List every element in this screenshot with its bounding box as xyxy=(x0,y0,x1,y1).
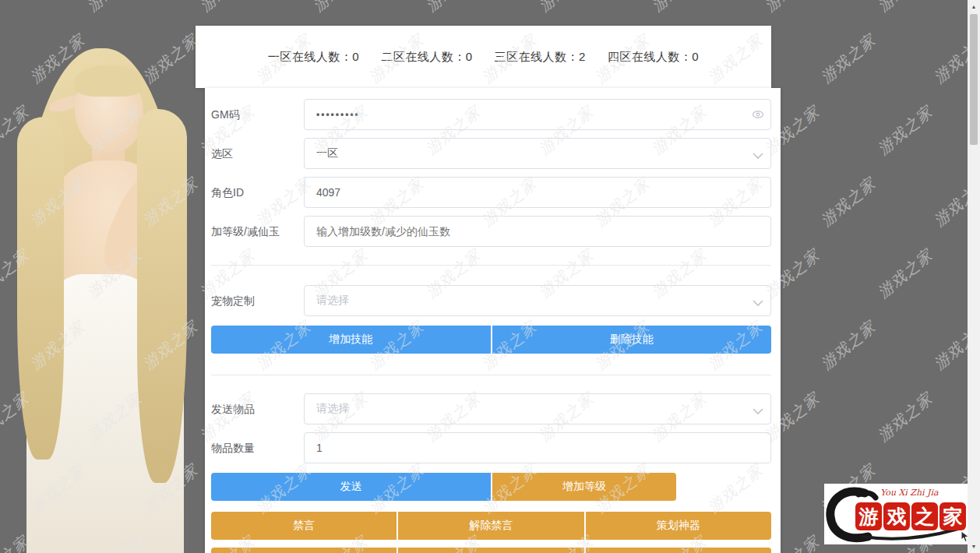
send-item-placeholder: 请选择 xyxy=(316,402,349,416)
online-count-zone3: 三区在线人数：2 xyxy=(495,50,586,65)
send-item-row: 发送物品 请选择 xyxy=(211,393,771,424)
zone-row: 选区 一区 xyxy=(211,138,771,169)
role-id-label: 角色ID xyxy=(211,177,304,208)
online-count-zone1: 一区在线人数：0 xyxy=(268,50,359,65)
add-skill-button[interactable]: 增加技能 xyxy=(211,326,491,354)
logo-char: 之 xyxy=(911,502,938,530)
level-jade-input[interactable] xyxy=(304,216,771,247)
online-count-zone4: 四区在线人数：0 xyxy=(608,50,699,65)
section-divider-1 xyxy=(211,265,771,266)
character-hair-strand-left xyxy=(17,117,64,460)
level-jade-row: 加等级/减仙玉 xyxy=(211,216,771,247)
pet-custom-select[interactable]: 请选择 xyxy=(304,285,771,316)
item-count-row: 物品数量 xyxy=(211,432,771,463)
chevron-down-icon xyxy=(752,297,764,309)
zone-select[interactable]: 一区 xyxy=(304,138,771,169)
clipped-button[interactable] xyxy=(398,548,583,553)
pet-custom-label: 宠物定制 xyxy=(211,285,304,316)
moderation-button-row: 禁言 解除禁言 策划神器 xyxy=(211,512,771,540)
pet-custom-placeholder: 请选择 xyxy=(316,294,349,308)
scroll-up-arrow[interactable]: ▲ xyxy=(968,0,980,13)
send-item-label: 发送物品 xyxy=(211,393,304,424)
eye-icon[interactable] xyxy=(752,108,764,121)
zone-select-value: 一区 xyxy=(316,146,338,160)
character-fringe xyxy=(75,65,143,97)
character-artwork xyxy=(0,0,195,553)
skill-button-row: 增加技能 删除技能 xyxy=(211,326,771,354)
unmute-button[interactable]: 解除禁言 xyxy=(398,512,583,540)
gm-code-row: GM码 xyxy=(211,99,771,130)
send-button[interactable]: 发送 xyxy=(211,473,491,501)
clipped-button[interactable] xyxy=(211,548,397,553)
scrollbar-thumb[interactable] xyxy=(970,14,978,145)
item-count-label: 物品数量 xyxy=(211,432,304,463)
pet-custom-row: 宠物定制 请选择 xyxy=(211,285,771,316)
planner-tool-button[interactable]: 策划神器 xyxy=(586,512,771,540)
section-divider-2 xyxy=(211,375,771,375)
chevron-down-icon xyxy=(752,150,764,162)
level-jade-label: 加等级/减仙玉 xyxy=(211,216,304,247)
gm-form-panel: GM码 选区 一区 角色ID xyxy=(205,88,781,553)
send-level-button-row: 发送 增加等级 xyxy=(211,473,676,501)
logo-char: 游 xyxy=(855,502,882,530)
send-item-select[interactable]: 请选择 xyxy=(304,393,771,424)
online-count-zone2: 二区在线人数：0 xyxy=(381,50,472,65)
mute-button[interactable]: 禁言 xyxy=(211,512,397,540)
scroll-down-arrow[interactable]: ▼ xyxy=(968,540,980,553)
role-id-input[interactable] xyxy=(304,177,771,208)
logo-char: 戏 xyxy=(883,502,910,530)
zone-label: 选区 xyxy=(211,138,304,169)
logo-script-text: You Xi Zhi Jia xyxy=(880,488,939,498)
gm-code-label: GM码 xyxy=(211,99,304,130)
item-count-input[interactable] xyxy=(304,432,771,463)
page-root: 一区在线人数：0 二区在线人数：0 三区在线人数：2 四区在线人数：0 GM码 … xyxy=(0,0,980,553)
logo-char: 家 xyxy=(939,502,966,530)
clipped-button[interactable] xyxy=(586,548,771,553)
online-stats-header: 一区在线人数：0 二区在线人数：0 三区在线人数：2 四区在线人数：0 xyxy=(196,26,771,88)
scrollbar[interactable]: ▲ ▼ xyxy=(968,0,980,553)
character-hair-strand-right xyxy=(137,109,187,483)
logo-characters: 游 戏 之 家 xyxy=(855,502,966,530)
clipped-button-row xyxy=(211,548,771,553)
gm-code-input[interactable] xyxy=(304,99,771,130)
role-id-row: 角色ID xyxy=(211,177,771,208)
site-logo: You Xi Zhi Jia 游 戏 之 家 xyxy=(824,484,968,544)
add-level-button[interactable]: 增加等级 xyxy=(492,473,676,501)
chevron-down-icon xyxy=(752,405,764,417)
remove-skill-button[interactable]: 删除技能 xyxy=(492,326,772,354)
